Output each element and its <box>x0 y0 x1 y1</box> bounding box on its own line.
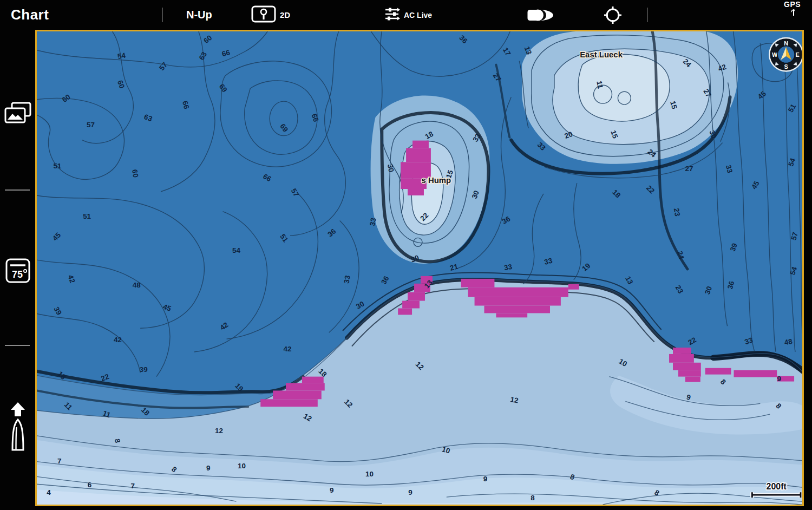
depth-label: 39 <box>140 365 148 374</box>
chart-map[interactable]: 6054576366606069665763696651606657514551… <box>35 30 804 506</box>
gps-status: GPS <box>784 0 801 30</box>
depth-highlight-mid-small <box>408 292 425 301</box>
place-label-east-lueck: East Lueck <box>580 50 623 59</box>
depth-highlight-mid-large <box>475 297 561 306</box>
sidebar-divider <box>5 345 30 346</box>
depth-highlight-west-point <box>260 399 318 407</box>
depth-label: 9 <box>777 375 781 383</box>
left-toolbar: 75 <box>0 30 35 510</box>
depth-label: 48 <box>784 337 794 346</box>
depth-highlight-hump-west <box>406 148 431 162</box>
depth-highlight-east-dropoff <box>673 348 691 354</box>
depth-highlight-east-dropoff <box>734 370 777 377</box>
autochart-live-label: AC Live <box>404 11 432 19</box>
compass-north: N <box>784 40 788 47</box>
depth-label: 54 <box>117 51 127 60</box>
depth-label: 48 <box>133 281 141 289</box>
sidebar-divider <box>5 189 30 191</box>
bathymetric-chart[interactable]: 6054576366606069665763696651606657514551… <box>37 31 802 505</box>
depth-highlight-east-dropoff <box>673 363 701 370</box>
depth-highlight-mid-large <box>461 279 495 287</box>
depth-label: 27 <box>685 165 693 173</box>
depth-label: 51 <box>53 162 61 170</box>
depth-label: 7 <box>57 457 61 465</box>
scale-label: 200ft <box>767 482 787 491</box>
depth-label: 54 <box>232 246 240 254</box>
degree-icon <box>23 270 26 272</box>
depth-highlight-hump-west <box>412 141 429 148</box>
depth-label: 9 <box>483 475 487 483</box>
compass-east: E <box>795 51 799 58</box>
depth-label: 60 <box>130 169 140 178</box>
sliders-icon <box>384 6 401 24</box>
divider <box>162 8 163 22</box>
depth-label: 7 <box>131 482 135 490</box>
boat-icon[interactable] <box>526 0 555 30</box>
depth-highlight-east-dropoff <box>705 368 731 375</box>
depth-label: 42 <box>114 336 122 344</box>
depth-label: 57 <box>87 121 95 129</box>
depth-highlight-west-point <box>302 377 324 383</box>
depth-highlight-east-dropoff <box>669 354 694 363</box>
depth-label: 42 <box>284 345 292 353</box>
depth-label: 10 <box>238 462 246 470</box>
depth-highlight-mid-small <box>398 308 412 315</box>
temperature-value: 75 <box>12 269 23 280</box>
depth-highlight-east-dropoff <box>678 370 701 377</box>
place-label-hump: s Hump <box>421 176 451 185</box>
depth-label: 8 <box>531 494 535 502</box>
gps-label: GPS <box>784 0 801 9</box>
depth-highlight-mid-large <box>468 287 568 297</box>
page-title: Chart <box>11 0 49 30</box>
screenshot-icon[interactable] <box>0 101 35 125</box>
top-bar: Chart N-Up 2D AC Live GPS <box>0 0 812 30</box>
depth-label: 4 <box>47 488 51 496</box>
depth-highlight-hump-west <box>408 189 424 195</box>
view-mode-button[interactable]: 2D <box>251 0 290 30</box>
depth-label: 12 <box>509 395 519 404</box>
compass-south: S <box>784 63 788 70</box>
depth-label: 30 <box>386 164 395 173</box>
depth-highlight-east-dropoff <box>685 377 700 382</box>
depth-label: 33 <box>503 263 513 272</box>
depth-highlight-west-point <box>273 390 322 399</box>
temperature-widget: 75 <box>0 258 35 283</box>
cursor-target-icon[interactable] <box>603 0 623 30</box>
depth-highlight-mid-small <box>402 301 420 309</box>
depth-label: 9 <box>330 486 333 494</box>
compass-west: W <box>772 51 778 58</box>
depth-label: 9 <box>206 464 210 472</box>
autochart-live-button[interactable]: AC Live <box>384 0 432 30</box>
divider <box>647 8 648 22</box>
depth-label: 33 <box>342 274 351 284</box>
depth-label: 51 <box>83 212 91 220</box>
orientation-button[interactable]: N-Up <box>186 0 212 30</box>
compass-rose[interactable]: N E S W <box>769 38 802 71</box>
depth-label: 12 <box>215 427 223 435</box>
depth-highlight-mid-large <box>484 306 549 313</box>
depth-label: 10 <box>365 470 374 478</box>
depth-label: 9 <box>408 488 412 496</box>
depth-highlight-mid-large <box>496 313 527 317</box>
depth-label: 23 <box>672 207 682 217</box>
chart-2d-icon <box>251 5 276 25</box>
view-mode-label: 2D <box>280 10 290 19</box>
depth-label: 6 <box>88 481 91 489</box>
vessel-heading-icon <box>0 402 35 452</box>
depth-highlight-mid-large <box>568 284 579 290</box>
gps-antenna-icon <box>789 9 796 18</box>
depth-highlight-west-point <box>286 383 325 391</box>
depth-label: 33 <box>368 217 377 226</box>
